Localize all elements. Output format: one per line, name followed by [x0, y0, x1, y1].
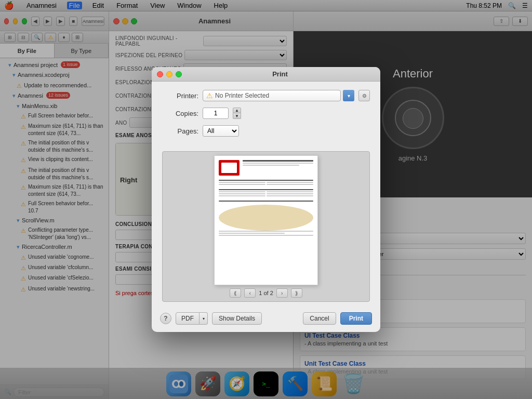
preview-line: [267, 191, 313, 192]
printer-value: No Printer Selected: [215, 92, 269, 99]
preview-inner: [215, 156, 317, 285]
preview-line: [243, 163, 313, 164]
print-button-row: ? PDF ▾ Show Details Cancel Print: [152, 308, 380, 332]
print-minimize-button[interactable]: [166, 71, 172, 77]
print-preview-document: [214, 155, 318, 285]
preview-prev-btn[interactable]: ‹: [244, 288, 256, 298]
preview-line: [219, 191, 265, 192]
preview-line: [267, 195, 313, 196]
print-maximize-button[interactable]: [176, 71, 182, 77]
preview-line: [219, 195, 265, 196]
copies-stepper: ▲ ▼: [233, 108, 241, 119]
preview-line: [219, 235, 313, 236]
preview-line: [267, 184, 313, 185]
preview-logo-inner: [221, 163, 237, 173]
pdf-button-group: PDF ▾: [176, 312, 208, 325]
print-button[interactable]: Print: [340, 312, 372, 325]
preview-line: [219, 231, 313, 232]
print-dialog-title: Print: [272, 70, 288, 78]
preview-line: [219, 184, 265, 185]
copies-input[interactable]: 1: [203, 108, 229, 119]
printer-select-wrap: ⚠ No Printer Selected ▾: [203, 90, 354, 101]
preview-anatomy-section: [219, 205, 313, 231]
preview-grid: [219, 182, 313, 186]
preview-line: [267, 193, 313, 194]
preview-page-label: 1 of 2: [259, 290, 273, 296]
preview-title-block: [243, 160, 313, 167]
preview-header: [219, 160, 313, 176]
print-body: Printer: ⚠ No Printer Selected ▾ ⚙ Copie…: [152, 82, 380, 151]
printer-select[interactable]: ⚠ No Printer Selected: [203, 90, 341, 101]
copies-label: Copies:: [162, 110, 198, 117]
show-details-button[interactable]: Show Details: [212, 312, 262, 325]
preview-anatomy-img: [219, 205, 313, 231]
pages-select[interactable]: All: [203, 125, 239, 137]
preview-first-btn[interactable]: ⟪: [230, 288, 241, 298]
preview-line: [219, 182, 265, 183]
printer-row: Printer: ⚠ No Printer Selected ▾ ⚙: [162, 90, 370, 101]
preview-section: [219, 201, 313, 202]
print-preview-area: ⟪ ‹ 1 of 2 › ⟫: [162, 151, 370, 302]
preview-line: [267, 182, 313, 183]
preview-section: [219, 189, 313, 190]
pages-label: Pages:: [162, 127, 198, 135]
preview-line: [243, 165, 299, 166]
print-titlebar: Print: [152, 67, 380, 82]
print-dialog: Print Printer: ⚠ No Printer Selected ▾ ⚙…: [152, 67, 380, 332]
preview-grid: [219, 191, 313, 197]
preview-logo: [219, 160, 240, 176]
preview-line: [219, 233, 285, 234]
copies-increment[interactable]: ▲: [233, 108, 241, 113]
preview-last-btn[interactable]: ⟫: [291, 288, 302, 298]
preview-next-btn[interactable]: ›: [276, 288, 288, 298]
print-dialog-overlay: Print Printer: ⚠ No Printer Selected ▾ ⚙…: [0, 0, 532, 399]
cancel-button[interactable]: Cancel: [303, 312, 336, 325]
pages-row: Pages: All: [162, 125, 370, 137]
help-button[interactable]: ?: [160, 313, 171, 324]
printer-dropdown-arrow[interactable]: ▾: [343, 90, 354, 101]
printer-settings-btn[interactable]: ⚙: [358, 90, 370, 101]
preview-section: [219, 180, 313, 181]
copies-decrement[interactable]: ▼: [233, 113, 241, 119]
pdf-button[interactable]: PDF: [176, 312, 200, 325]
preview-line: [219, 193, 265, 194]
copies-row: Copies: 1 ▲ ▼: [162, 108, 370, 119]
preview-title-line: [243, 160, 313, 162]
printer-label: Printer:: [162, 92, 198, 100]
preview-navigation: ⟪ ‹ 1 of 2 › ⟫: [230, 288, 302, 298]
pdf-dropdown-button[interactable]: ▾: [200, 312, 208, 325]
print-close-button[interactable]: [157, 71, 163, 77]
printer-warning-icon: ⚠: [206, 91, 213, 100]
